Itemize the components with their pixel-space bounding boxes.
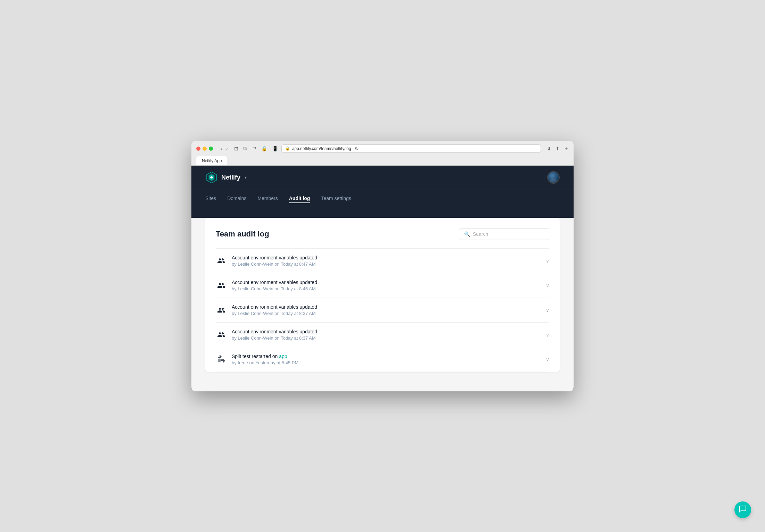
- mobile-icon[interactable]: 📱: [272, 146, 278, 151]
- log-subtitle: by Leslie Cohn-Wein on Today at 8:37 AM: [232, 311, 541, 316]
- share-icon[interactable]: ⬆: [556, 146, 560, 151]
- log-info: Account environment variables updated by…: [232, 304, 541, 316]
- log-info: Split test restarted on app by Irene on …: [232, 354, 541, 365]
- browser-toolbar-icons: ⊡ ⧉ 🛡 🔒 📱: [234, 146, 278, 151]
- browser-controls: ‹ › ⊡ ⧉ 🛡 🔒 📱 🔒 app.netlify.com/teams/ne…: [196, 144, 569, 153]
- shield-icon: 🛡: [252, 146, 256, 151]
- log-info: Account environment variables updated by…: [232, 255, 541, 267]
- nav-item-members[interactable]: Members: [257, 194, 278, 203]
- main-content: Team audit log 🔍: [191, 218, 574, 391]
- log-entry: Account environment variables updated by…: [216, 249, 549, 273]
- browser-window: ‹ › ⊡ ⧉ 🛡 🔒 📱 🔒 app.netlify.com/teams/ne…: [191, 141, 574, 391]
- brand: Netlify ▾: [205, 171, 247, 184]
- expand-icon[interactable]: ∨: [546, 357, 549, 362]
- brand-dropdown-icon[interactable]: ▾: [245, 175, 247, 180]
- log-entry-link[interactable]: app: [279, 354, 287, 359]
- address-bar[interactable]: 🔒 app.netlify.com/teams/netlify/log ↻: [281, 144, 541, 153]
- search-input[interactable]: [473, 231, 544, 237]
- search-box[interactable]: 🔍: [459, 228, 549, 240]
- log-entry: Account environment variables updated by…: [216, 273, 549, 298]
- card-header: Team audit log 🔍: [216, 228, 549, 240]
- top-nav: Netlify ▾: [191, 166, 574, 190]
- browser-right-icons: ⬇ ⬆ ＋: [547, 146, 569, 152]
- people-icon: [216, 255, 227, 266]
- log-info: Account environment variables updated by…: [232, 280, 541, 291]
- browser-tab[interactable]: Netlify App: [196, 156, 227, 165]
- url-display: app.netlify.com/teams/netlify/log: [292, 146, 351, 151]
- avatar-image: [548, 172, 559, 183]
- nav-item-team-settings[interactable]: Team settings: [321, 194, 351, 203]
- forward-button[interactable]: ›: [225, 145, 229, 152]
- maximize-button[interactable]: [209, 147, 213, 151]
- app-container: Netlify ▾ Sites Domains Members Audit lo…: [191, 166, 574, 391]
- log-subtitle: by Irene on Yesterday at 5:45 PM: [232, 360, 541, 365]
- people-icon: [216, 305, 227, 316]
- log-title: Account environment variables updated: [232, 304, 541, 310]
- split-test-icon: [216, 354, 227, 365]
- tab-icon[interactable]: ⧉: [243, 146, 247, 151]
- expand-icon[interactable]: ∨: [546, 283, 549, 288]
- log-title: Split test restarted on app: [232, 354, 541, 359]
- content-card: Team audit log 🔍: [205, 218, 560, 372]
- ssl-icon: 🔒: [285, 146, 290, 151]
- new-tab-icon[interactable]: ＋: [564, 146, 569, 152]
- log-subtitle: by Leslie Cohn-Wein on Today at 8:47 AM: [232, 261, 541, 267]
- expand-icon[interactable]: ∨: [546, 307, 549, 313]
- log-entry: Account environment variables updated by…: [216, 298, 549, 323]
- log-list: Account environment variables updated by…: [216, 248, 549, 372]
- nav-buttons: ‹ ›: [219, 145, 229, 152]
- download-icon[interactable]: ⬇: [547, 146, 551, 151]
- expand-icon[interactable]: ∨: [546, 332, 549, 338]
- people-icon: [216, 329, 227, 340]
- minimize-button[interactable]: [203, 147, 207, 151]
- log-title: Account environment variables updated: [232, 329, 541, 334]
- nav-item-audit-log[interactable]: Audit log: [289, 194, 310, 203]
- traffic-lights: [196, 147, 213, 151]
- brand-name: Netlify: [221, 174, 240, 181]
- secondary-nav: Sites Domains Members Audit log Team set…: [191, 190, 574, 207]
- user-avatar[interactable]: [547, 171, 560, 184]
- page-title: Team audit log: [216, 230, 269, 239]
- log-entry: Split test restarted on app by Irene on …: [216, 347, 549, 372]
- expand-icon[interactable]: ∨: [546, 258, 549, 264]
- browser-chrome: ‹ › ⊡ ⧉ 🛡 🔒 📱 🔒 app.netlify.com/teams/ne…: [191, 141, 574, 166]
- log-subtitle: by Leslie Cohn-Wein on Today at 8:37 AM: [232, 335, 541, 341]
- log-title: Account environment variables updated: [232, 280, 541, 285]
- reload-button[interactable]: ↻: [355, 146, 359, 151]
- netlify-logo-icon: [205, 171, 218, 184]
- log-title: Account environment variables updated: [232, 255, 541, 260]
- nav-item-sites[interactable]: Sites: [205, 194, 216, 203]
- log-subtitle: by Leslie Cohn-Wein on Today at 8:46 AM: [232, 286, 541, 291]
- lock-icon: 🔒: [261, 146, 267, 151]
- back-button[interactable]: ‹: [219, 145, 223, 152]
- sidebar-icon[interactable]: ⊡: [234, 146, 238, 151]
- log-entry: Account environment variables updated by…: [216, 323, 549, 347]
- close-button[interactable]: [196, 147, 200, 151]
- search-icon: 🔍: [464, 231, 470, 237]
- nav-item-domains[interactable]: Domains: [227, 194, 246, 203]
- people-icon: [216, 280, 227, 291]
- log-info: Account environment variables updated by…: [232, 329, 541, 341]
